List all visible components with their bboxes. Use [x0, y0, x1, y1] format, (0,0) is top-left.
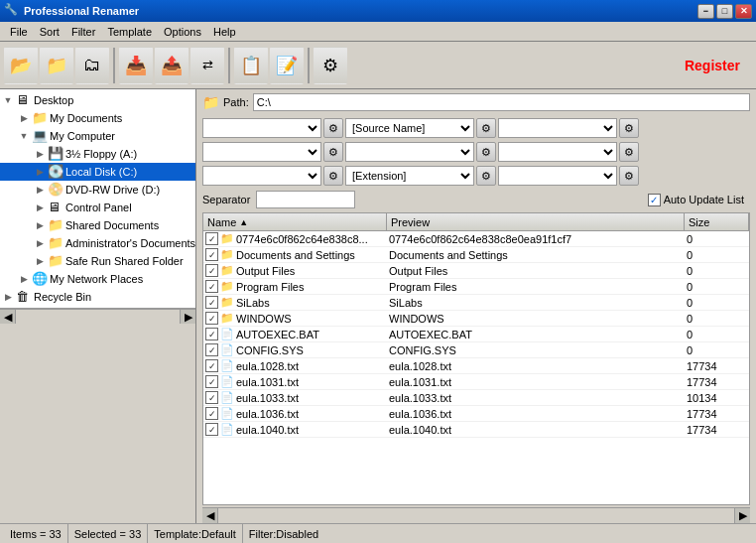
file-row[interactable]: ✓📄eula.1033.txteula.1033.txt10134 — [203, 390, 749, 406]
row3-right-dropdown[interactable] — [498, 166, 617, 186]
row2-mid-gear[interactable]: ⚙ — [476, 142, 496, 162]
file-row[interactable]: ✓📁0774e6c0f862c64e838c8...0774e6c0f862c6… — [203, 231, 749, 247]
row3-mid-dropdown[interactable]: [Extension] — [345, 166, 474, 186]
file-row[interactable]: ✓📄eula.1028.txteula.1028.txt17734 — [203, 358, 749, 374]
minimize-button[interactable]: − — [697, 4, 714, 19]
tree-item-my-documents[interactable]: ▶📁My Documents — [0, 109, 195, 127]
file-checkbox[interactable]: ✓ — [205, 232, 218, 245]
open-folder-btn[interactable]: 📂 — [4, 47, 38, 84]
tree-item-recycle-bin[interactable]: ▶🗑Recycle Bin — [0, 288, 195, 306]
col-name-header[interactable]: Name ▲ — [203, 213, 387, 230]
file-row[interactable]: ✓📄eula.1036.txteula.1036.txt17734 — [203, 406, 749, 422]
col-preview-header[interactable]: Preview — [387, 213, 685, 230]
file-list-hscroll[interactable]: ◀ ▶ — [202, 507, 750, 523]
hscroll-left[interactable]: ◀ — [202, 508, 218, 523]
tree-expander-my-documents[interactable]: ▶ — [16, 110, 32, 126]
tree-item-shared-documents[interactable]: ▶📁Shared Documents — [0, 216, 195, 234]
add-folder-btn[interactable]: 📤 — [155, 47, 189, 84]
file-checkbox[interactable]: ✓ — [205, 407, 218, 420]
row1-right-gear[interactable]: ⚙ — [619, 118, 639, 138]
menu-sort[interactable]: Sort — [34, 24, 65, 40]
file-row[interactable]: ✓📄AUTOEXEC.BATAUTOEXEC.BAT0 — [203, 327, 749, 342]
tree-item-desktop[interactable]: ▼🖥Desktop — [0, 91, 195, 109]
auto-update-checkbox[interactable]: ✓ — [648, 194, 661, 206]
folder-up-btn[interactable]: 📁 — [40, 47, 73, 84]
menu-filter[interactable]: Filter — [65, 24, 101, 40]
file-checkbox[interactable]: ✓ — [205, 296, 218, 309]
file-row[interactable]: ✓📁Program FilesProgram Files0 — [203, 279, 749, 295]
file-row[interactable]: ✓📁WINDOWSWINDOWS0 — [203, 311, 749, 327]
tree-item-local-disk-c[interactable]: ▶💽Local Disk (C:) — [0, 163, 195, 181]
file-checkbox[interactable]: ✓ — [205, 423, 218, 436]
row2-left-gear[interactable]: ⚙ — [323, 142, 343, 162]
tree-horizontal-scroll[interactable]: ◀ ▶ — [0, 308, 195, 324]
row3-right-gear[interactable]: ⚙ — [619, 166, 639, 186]
tree-expander-my-computer[interactable]: ▼ — [16, 128, 32, 144]
file-checkbox[interactable]: ✓ — [205, 280, 218, 293]
row1-left-gear[interactable]: ⚙ — [323, 118, 343, 138]
folder-tree-btn[interactable]: 🗂 — [75, 47, 109, 84]
row1-mid-dropdown[interactable]: [Source Name] — [345, 118, 474, 138]
menu-help[interactable]: Help — [207, 24, 242, 40]
row2-mid-dropdown[interactable] — [345, 142, 474, 162]
tree-scroll-left[interactable]: ◀ — [0, 310, 16, 324]
file-checkbox[interactable]: ✓ — [205, 264, 218, 277]
file-checkbox[interactable]: ✓ — [205, 375, 218, 388]
file-checkbox[interactable]: ✓ — [205, 328, 218, 340]
tree-item-my-computer[interactable]: ▼💻My Computer — [0, 127, 195, 145]
maximize-button[interactable]: □ — [716, 4, 733, 19]
tree-expander-safe-run[interactable]: ▶ — [32, 253, 48, 269]
file-checkbox[interactable]: ✓ — [205, 312, 218, 325]
arrows-btn[interactable]: ⇄ — [190, 47, 224, 84]
row3-mid-gear[interactable]: ⚙ — [476, 166, 496, 186]
row1-left-dropdown[interactable] — [202, 118, 321, 138]
file-row[interactable]: ✓📄CONFIG.SYSCONFIG.SYS0 — [203, 342, 749, 358]
add-files-btn[interactable]: 📥 — [119, 47, 153, 84]
file-row[interactable]: ✓📄eula.1040.txteula.1040.txt17734 — [203, 422, 749, 438]
file-row[interactable]: ✓📁SiLabsSiLabs0 — [203, 295, 749, 311]
tree-expander-local-disk-c[interactable]: ▶ — [32, 164, 48, 180]
file-checkbox[interactable]: ✓ — [205, 391, 218, 404]
row1-mid-gear[interactable]: ⚙ — [476, 118, 496, 138]
tree-expander-dvd-rw[interactable]: ▶ — [32, 182, 48, 198]
register-button[interactable]: Register — [673, 54, 752, 77]
rename-btn[interactable]: 📋 — [234, 47, 268, 84]
file-checkbox[interactable]: ✓ — [205, 248, 218, 261]
tree-item-safe-run[interactable]: ▶📁Safe Run Shared Folder — [0, 252, 195, 270]
tree-item-admin-documents[interactable]: ▶📁Administrator's Documents — [0, 234, 195, 252]
file-checkbox[interactable]: ✓ — [205, 359, 218, 372]
row1-right-dropdown[interactable] — [498, 118, 617, 138]
path-input[interactable] — [253, 93, 750, 111]
tree-item-floppy[interactable]: ▶💾3½ Floppy (A:) — [0, 145, 195, 163]
row2-left-dropdown[interactable] — [202, 142, 321, 162]
file-row[interactable]: ✓📁Documents and SettingsDocuments and Se… — [203, 247, 749, 263]
menu-options[interactable]: Options — [158, 24, 207, 40]
row3-left-gear[interactable]: ⚙ — [323, 166, 343, 186]
tree-expander-admin-documents[interactable]: ▶ — [32, 235, 48, 251]
tree-expander-floppy[interactable]: ▶ — [32, 146, 48, 162]
file-checkbox[interactable]: ✓ — [205, 343, 218, 356]
menu-file[interactable]: File — [4, 24, 34, 40]
hscroll-right[interactable]: ▶ — [734, 508, 750, 523]
tree-item-network-places[interactable]: ▶🌐My Network Places — [0, 270, 195, 288]
row2-right-gear[interactable]: ⚙ — [619, 142, 639, 162]
copy-btn[interactable]: 📝 — [270, 47, 304, 84]
tree-expander-control-panel[interactable]: ▶ — [32, 200, 48, 215]
menu-template[interactable]: Template — [101, 24, 158, 40]
row3-left-dropdown[interactable] — [202, 166, 321, 186]
tree-expander-recycle-bin[interactable]: ▶ — [0, 289, 16, 305]
file-list-body[interactable]: ✓📁0774e6c0f862c64e838c8...0774e6c0f862c6… — [203, 231, 749, 504]
file-row[interactable]: ✓📄eula.1031.txteula.1031.txt17734 — [203, 374, 749, 390]
tree-expander-network-places[interactable]: ▶ — [16, 271, 32, 287]
tree-expander-desktop[interactable]: ▼ — [0, 92, 16, 108]
file-row[interactable]: ✓📁Output FilesOutput Files0 — [203, 263, 749, 279]
settings-btn[interactable]: ⚙ — [314, 47, 347, 84]
row2-right-dropdown[interactable] — [498, 142, 617, 162]
close-button[interactable]: ✕ — [735, 4, 752, 19]
separator-input[interactable] — [256, 191, 355, 208]
tree-item-control-panel[interactable]: ▶🖥Control Panel — [0, 199, 195, 216]
tree-expander-shared-documents[interactable]: ▶ — [32, 217, 48, 233]
tree-item-dvd-rw[interactable]: ▶📀DVD-RW Drive (D:) — [0, 181, 195, 199]
tree-scroll-right[interactable]: ▶ — [180, 310, 195, 324]
col-size-header[interactable]: Size — [685, 213, 749, 230]
